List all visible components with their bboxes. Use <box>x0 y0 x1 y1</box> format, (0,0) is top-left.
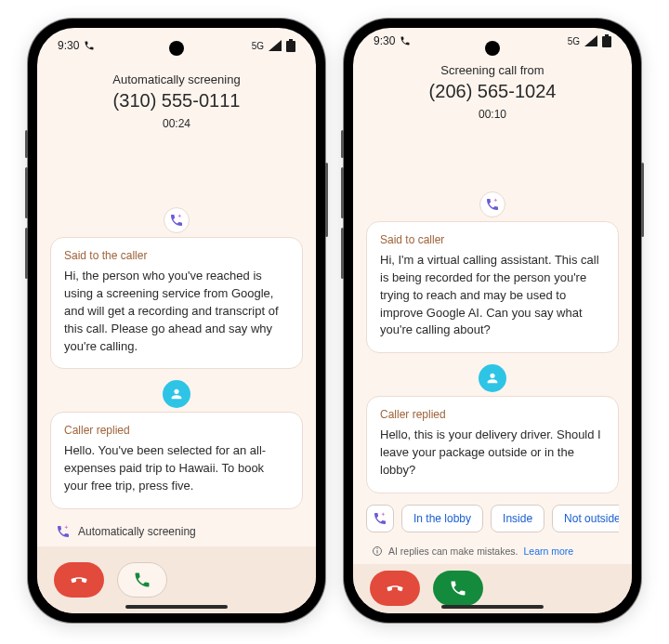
hangup-button[interactable] <box>54 562 104 598</box>
svg-rect-3 <box>602 36 611 47</box>
hangup-icon <box>385 578 405 598</box>
reply-title: Caller replied <box>64 424 289 437</box>
said-body: Hi, the person who you've reached is usi… <box>64 268 289 355</box>
auto-screening-footer: Automatically screening <box>50 519 303 539</box>
answer-button[interactable] <box>433 571 483 606</box>
caller-replied-card: Caller replied Hello, this is your deliv… <box>366 396 619 493</box>
front-camera <box>169 41 184 56</box>
reply-chip[interactable]: Inside <box>491 505 544 532</box>
caller-number: (206) 565-1024 <box>372 81 613 102</box>
disclaimer-text: AI replies can make mistakes. <box>388 545 518 557</box>
said-to-caller-card: Said to the caller Hi, the person who yo… <box>50 237 303 369</box>
screening-label: Automatically screening <box>56 72 297 86</box>
side-button <box>341 167 344 218</box>
svg-rect-8 <box>377 550 378 554</box>
reply-body: Hello. You've been selected for an all-e… <box>64 442 289 495</box>
svg-rect-0 <box>289 39 293 41</box>
call-duration: 00:24 <box>56 117 297 130</box>
said-title: Said to caller <box>380 233 605 246</box>
battery-icon <box>602 34 611 47</box>
side-button <box>641 163 644 237</box>
caller-replied-card: Caller replied Hello. You've been select… <box>50 412 303 509</box>
said-body: Hi, I'm a virtual calling assistant. Thi… <box>380 252 605 339</box>
assistant-icon <box>164 207 190 233</box>
hangup-button[interactable] <box>370 571 420 606</box>
battery-icon <box>286 39 295 52</box>
reply-suggestions: In the lobby Inside Not outside Rep <box>366 503 619 532</box>
side-button <box>341 130 344 158</box>
said-title: Said to the caller <box>64 249 289 262</box>
svg-rect-1 <box>286 41 295 52</box>
phone-frame-right: 9:30 5G Screening call from (206) 565-10… <box>344 19 641 623</box>
phone-frame-left: 9:30 5G Automatically screening (310) 55… <box>28 19 325 623</box>
side-button <box>25 167 28 218</box>
front-camera <box>485 41 500 56</box>
info-icon <box>372 545 383 557</box>
answer-button[interactable] <box>117 562 167 598</box>
caller-icon <box>479 364 506 392</box>
call-header: Screening call from (206) 565-1024 00:10 <box>353 54 632 125</box>
call-header: Automatically screening (310) 555-0111 0… <box>37 63 316 134</box>
reply-title: Caller replied <box>380 408 605 421</box>
phone-status-icon <box>84 40 95 51</box>
network-label: 5G <box>568 36 580 46</box>
call-duration: 00:10 <box>372 108 613 121</box>
ai-disclaimer: AI replies can make mistakes. Learn more <box>366 542 619 557</box>
reply-body: Hello, this is your delivery driver. Sho… <box>380 427 605 480</box>
network-label: 5G <box>252 41 264 51</box>
learn-more-link[interactable]: Learn more <box>523 545 573 557</box>
side-button <box>25 228 28 279</box>
signal-icon <box>269 40 282 51</box>
side-button <box>325 163 328 237</box>
suggestion-settings-button[interactable] <box>366 505 394 532</box>
reply-chip[interactable]: Not outside <box>552 505 619 532</box>
status-time: 9:30 <box>374 34 395 47</box>
caller-icon <box>163 380 190 408</box>
hangup-icon <box>69 570 89 590</box>
status-time: 9:30 <box>58 39 79 52</box>
svg-rect-2 <box>605 34 609 36</box>
reply-chip[interactable]: In the lobby <box>401 505 483 532</box>
footer-label: Automatically screening <box>78 525 196 538</box>
side-button <box>25 130 28 158</box>
phone-status-icon <box>400 35 411 46</box>
call-action-bar <box>37 546 316 613</box>
nav-handle[interactable] <box>441 605 544 609</box>
svg-rect-9 <box>377 548 378 549</box>
caller-number: (310) 555-0111 <box>56 90 297 112</box>
assistant-icon <box>479 191 505 217</box>
sparkle-phone-icon <box>373 511 387 526</box>
said-to-caller-card: Said to caller Hi, I'm a virtual calling… <box>366 221 619 353</box>
nav-handle[interactable] <box>125 605 228 609</box>
side-button <box>341 228 344 279</box>
phone-icon <box>133 571 151 589</box>
signal-icon <box>584 35 597 46</box>
sparkle-phone-icon <box>56 524 71 539</box>
screening-label: Screening call from <box>372 63 613 77</box>
phone-icon <box>449 579 467 598</box>
